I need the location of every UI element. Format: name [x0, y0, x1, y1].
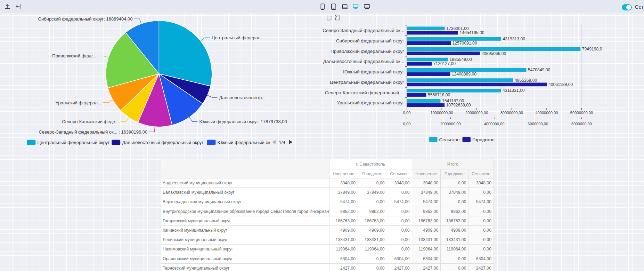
svg-text:Дальневосточный федеральный ок: Дальневосточный федеральный округ	[122, 140, 203, 145]
svg-text:Центральный федеральный округ: Центральный федеральный округ	[38, 140, 110, 145]
svg-text:4865268,00: 4865268,00	[515, 78, 537, 83]
svg-text:Сибирский федеральный округ: Сибирский федеральный округ	[336, 38, 404, 43]
svg-text:7120127,00: 7120127,00	[433, 61, 456, 66]
svg-text:12408889,00: 12408889,00	[452, 72, 476, 77]
svg-text:1/4: 1/4	[279, 140, 285, 145]
svg-text:40000000,00: 40000000,00	[535, 111, 558, 115]
svg-text:0,00: 0,00	[403, 122, 411, 126]
svg-text:6000000,00: 6000000,00	[528, 122, 548, 126]
svg-text:Приволжский федеральный округ: Приволжский федеральный округ	[331, 49, 404, 54]
svg-text:10792638,00: 10792638,00	[446, 103, 471, 107]
svg-text:2000000,00: 2000000,00	[440, 122, 461, 126]
svg-text:10000000,00: 10000000,00	[430, 111, 453, 115]
svg-text:Южный федеральный ок: Южный федеральный ок	[218, 140, 270, 145]
svg-text:Дальневосточный федеральный ок: Дальневосточный федеральный ок...	[323, 59, 404, 64]
svg-text:5470849,00: 5470849,00	[528, 67, 551, 72]
svg-text:14654195,00: 14654195,00	[459, 30, 484, 35]
svg-text:0,00: 0,00	[403, 111, 411, 115]
svg-text:20000000,00: 20000000,00	[465, 111, 488, 115]
svg-text:40061189,00: 40061189,00	[548, 82, 573, 87]
svg-text:30000000,00: 30000000,00	[500, 111, 523, 115]
svg-text:Южный федеральный округ: Южный федеральный округ	[343, 69, 404, 74]
svg-text:Центральный федерал...: Центральный федерал...	[212, 35, 264, 40]
svg-text:20895066,00: 20895066,00	[481, 51, 506, 56]
svg-text:Южный федеральный округ: 17879: Южный федеральный округ: 17879738,00	[199, 119, 287, 124]
svg-text:Сибирский федеральный округ: 1: Сибирский федеральный округ: 16889404,00	[38, 16, 133, 22]
svg-text:Сельское: Сельское	[439, 137, 460, 142]
svg-text:Дальневосточный ф...: Дальневосточный ф...	[219, 95, 266, 100]
svg-text:Уральский федерал...: Уральский федерал...	[56, 100, 101, 105]
svg-text:Северо-Кавказский феде...: Северо-Кавказский феде...	[62, 119, 119, 124]
svg-text:5568718,00: 5568718,00	[428, 93, 450, 97]
svg-text:4311331,00: 4311331,00	[503, 88, 525, 93]
svg-text:4319313,00: 4319313,00	[503, 37, 525, 41]
svg-text:Центральный федеральный округ: Центральный федеральный округ	[330, 80, 404, 85]
svg-text:Приволжский феде...: Приволжский феде...	[52, 53, 96, 58]
svg-text:Северо-Кавказский федеральный: Северо-Кавказский федеральный ...	[325, 90, 404, 95]
svg-text:Северо-Западный федеральный ок: Северо-Западный федеральный ок...	[323, 28, 404, 33]
svg-text:8000000,00: 8000000,00	[571, 122, 592, 126]
svg-text:Уральский федеральный округ: Уральский федеральный округ	[337, 100, 404, 105]
svg-text:7949198,0: 7949198,0	[582, 47, 602, 51]
svg-text:Северо-Западный федеральный ок: Северо-Западный федеральный ок... : 1639…	[39, 129, 147, 135]
svg-text:4000000,00: 4000000,00	[484, 122, 504, 126]
svg-text:12570091,00: 12570091,00	[453, 41, 477, 46]
svg-text:Городское: Городское	[472, 137, 495, 142]
svg-text:50000000,00: 50000000,00	[570, 111, 593, 115]
